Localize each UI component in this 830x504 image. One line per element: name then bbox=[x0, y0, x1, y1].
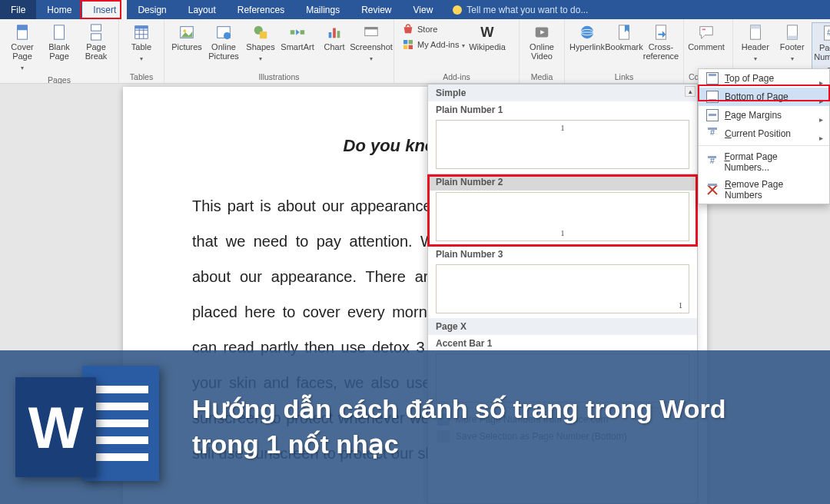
svg-rect-36 bbox=[656, 25, 666, 39]
format-numbers-icon bbox=[706, 156, 718, 168]
group-label-tables: Tables bbox=[124, 71, 159, 81]
header-button[interactable]: Header bbox=[738, 22, 773, 65]
bookmark-button[interactable]: Bookmark bbox=[606, 22, 642, 53]
online-pictures-icon bbox=[215, 24, 232, 41]
menu-bar: File Home Insert Design Layout Reference… bbox=[0, 0, 830, 19]
smartart-icon bbox=[289, 24, 306, 41]
footer-icon bbox=[784, 24, 801, 41]
group-label-addins: Add-ins bbox=[399, 71, 514, 81]
page-number-margins[interactable]: Page Margins bbox=[699, 106, 829, 124]
tell-me[interactable]: Tell me what you want to do... bbox=[443, 5, 588, 15]
footer-button[interactable]: Footer bbox=[775, 22, 810, 65]
pictures-icon bbox=[178, 24, 195, 41]
bulb-icon bbox=[453, 5, 462, 15]
gallery-scroll-up[interactable]: ▴ bbox=[685, 86, 696, 97]
tab-view[interactable]: View bbox=[403, 0, 444, 19]
svg-rect-17 bbox=[290, 30, 295, 35]
group-addins: Store My Add-ins WWikipedia Add-ins bbox=[394, 19, 520, 83]
page-number-format[interactable]: Format Page Numbers... bbox=[699, 148, 829, 176]
tab-mailings[interactable]: Mailings bbox=[295, 0, 350, 19]
online-video-button[interactable]: Online Video bbox=[524, 22, 559, 62]
chart-button[interactable]: Chart bbox=[317, 22, 352, 53]
svg-rect-16 bbox=[260, 32, 267, 38]
table-button[interactable]: Table bbox=[124, 22, 159, 65]
gallery-option-plain2[interactable]: 1 bbox=[436, 192, 689, 241]
tab-file[interactable]: File bbox=[0, 0, 36, 19]
tell-me-placeholder: Tell me what you want to do... bbox=[466, 5, 588, 15]
page-number-button[interactable]: #Page Number bbox=[812, 22, 830, 75]
my-addins-button[interactable]: My Add-ins bbox=[399, 38, 468, 51]
group-links: Hyperlink Bookmark Cross-reference Links bbox=[565, 19, 684, 83]
svg-point-12 bbox=[183, 29, 186, 32]
header-icon bbox=[747, 24, 764, 41]
svg-rect-22 bbox=[337, 31, 340, 38]
page-number-menu: Top of Page Bottom of Page Page Margins … bbox=[698, 68, 830, 204]
gallery-option-plain3[interactable]: 1 bbox=[436, 264, 689, 313]
page-number-icon: # bbox=[821, 25, 830, 41]
tab-review[interactable]: Review bbox=[350, 0, 402, 19]
tab-insert[interactable]: Insert bbox=[82, 0, 127, 19]
gallery-option-accent1-title: Accent Bar 1 bbox=[428, 335, 697, 352]
group-tables: Table Tables bbox=[119, 19, 164, 83]
svg-rect-42 bbox=[787, 36, 797, 40]
page-number-top[interactable]: Top of Page bbox=[699, 69, 829, 88]
svg-marker-19 bbox=[296, 29, 300, 35]
page-break-button[interactable]: Page Break bbox=[78, 22, 114, 62]
cover-page-icon bbox=[14, 24, 31, 41]
current-position-icon bbox=[706, 128, 719, 140]
addins-icon bbox=[402, 38, 414, 51]
svg-rect-27 bbox=[403, 45, 407, 49]
wikipedia-icon: W bbox=[479, 24, 496, 41]
word-logo-letter: W bbox=[15, 377, 96, 477]
store-button[interactable]: Store bbox=[399, 22, 440, 36]
svg-rect-26 bbox=[409, 40, 413, 44]
tab-home[interactable]: Home bbox=[36, 0, 82, 19]
remove-numbers-icon bbox=[706, 184, 719, 196]
page-number-current[interactable]: Current Position bbox=[699, 124, 829, 143]
online-pictures-button[interactable]: Online Pictures bbox=[206, 22, 241, 62]
svg-rect-20 bbox=[329, 32, 332, 38]
svg-point-14 bbox=[224, 32, 231, 39]
gallery-section-simple: Simple bbox=[428, 85, 697, 101]
pictures-button[interactable]: Pictures bbox=[169, 22, 204, 53]
hyperlink-button[interactable]: Hyperlink bbox=[569, 22, 605, 53]
cover-page-button[interactable]: Cover Page bbox=[5, 22, 40, 74]
svg-rect-28 bbox=[409, 45, 413, 49]
group-illustrations: Pictures Online Pictures Shapes SmartArt… bbox=[164, 19, 394, 83]
page-break-icon bbox=[88, 24, 105, 41]
tab-layout[interactable]: Layout bbox=[178, 0, 227, 19]
group-media: Online Video Media bbox=[520, 19, 565, 83]
svg-rect-38 bbox=[702, 28, 706, 30]
svg-rect-24 bbox=[365, 28, 378, 30]
group-label-media: Media bbox=[524, 71, 559, 81]
page-margins-icon bbox=[706, 109, 719, 121]
blank-page-button[interactable]: Blank Page bbox=[42, 22, 77, 62]
bookmark-icon bbox=[616, 24, 632, 41]
comment-button[interactable]: Comment bbox=[689, 22, 724, 53]
cross-reference-button[interactable]: Cross-reference bbox=[643, 22, 679, 62]
svg-rect-4 bbox=[91, 34, 101, 40]
svg-rect-1 bbox=[18, 25, 28, 30]
shapes-button[interactable]: Shapes bbox=[243, 22, 278, 65]
video-icon bbox=[533, 24, 550, 41]
svg-rect-25 bbox=[403, 40, 407, 44]
gallery-option-plain1[interactable]: 1 bbox=[436, 120, 689, 169]
blank-page-icon bbox=[51, 24, 68, 41]
screenshot-button[interactable]: Screenshot bbox=[354, 22, 389, 65]
page-number-remove[interactable]: Remove Page Numbers bbox=[699, 176, 829, 204]
store-icon bbox=[402, 23, 414, 35]
group-label-pages: Pages bbox=[5, 74, 114, 85]
table-icon bbox=[133, 24, 150, 41]
banner-text: Hướng dẫn cách đánh số trang trong Word … bbox=[169, 392, 830, 463]
group-pages: Cover Page Blank Page Page Break Pages bbox=[0, 19, 119, 83]
svg-rect-3 bbox=[91, 25, 101, 31]
tab-design[interactable]: Design bbox=[127, 0, 177, 19]
tab-references[interactable]: References bbox=[227, 0, 295, 19]
hyperlink-icon bbox=[579, 24, 596, 41]
wikipedia-button[interactable]: WWikipedia bbox=[470, 22, 505, 53]
word-logo: W bbox=[15, 366, 169, 489]
tutorial-banner: W Hướng dẫn cách đánh số trang trong Wor… bbox=[0, 350, 830, 504]
page-number-bottom[interactable]: Bottom of Page bbox=[699, 88, 829, 106]
gallery-section-pagex: Page X bbox=[428, 318, 697, 335]
smartart-button[interactable]: SmartArt bbox=[280, 22, 315, 53]
